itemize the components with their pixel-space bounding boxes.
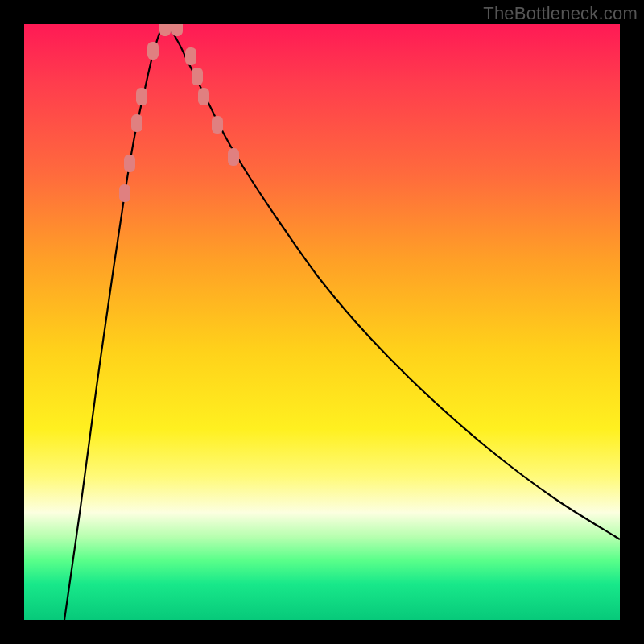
highlight-bead: [228, 148, 239, 166]
curve-svg: [24, 24, 620, 620]
highlight-bead: [119, 184, 130, 202]
highlight-bead: [192, 68, 203, 85]
chart-frame: TheBottleneck.com: [0, 0, 644, 644]
highlight-bead: [159, 24, 171, 36]
watermark-text: TheBottleneck.com: [483, 3, 638, 24]
highlight-bead: [131, 114, 142, 132]
highlight-bead: [124, 155, 135, 172]
highlight-beads-group: [119, 24, 239, 202]
highlight-bead: [147, 42, 159, 60]
highlight-bead: [185, 47, 196, 65]
highlight-bead: [171, 24, 183, 36]
bottleneck-curve: [64, 24, 620, 620]
highlight-bead: [136, 88, 147, 105]
highlight-bead: [198, 88, 209, 105]
highlight-bead: [212, 116, 223, 134]
plot-area: [24, 24, 620, 620]
